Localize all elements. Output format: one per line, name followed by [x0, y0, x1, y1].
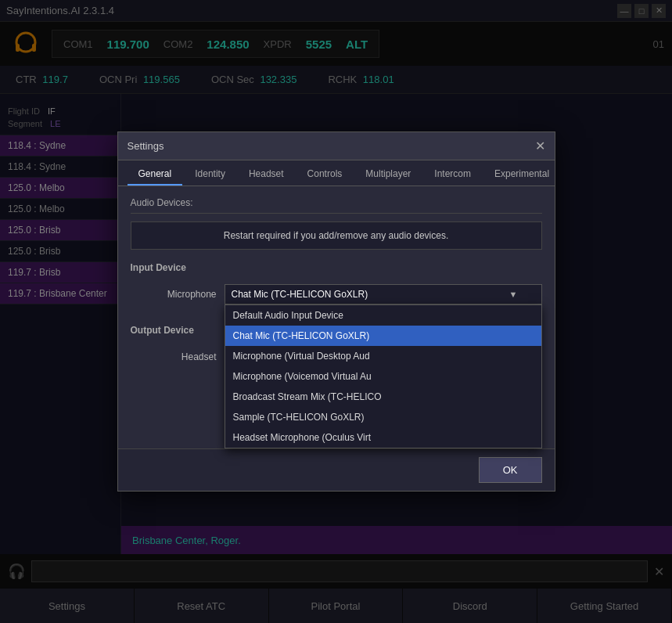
modal-title: Settings — [128, 140, 164, 152]
tab-intercom[interactable]: Intercom — [423, 164, 482, 185]
microphone-select-display[interactable]: Chat Mic (TC-HELICON GoXLR) ▼ — [225, 284, 542, 304]
dropdown-item[interactable]: Microphone (Voicemod Virtual Au — [225, 366, 541, 387]
modal-title-bar: Settings ✕ — [118, 132, 555, 160]
modal-overlay: Settings ✕ General Identity Headset Cont… — [0, 0, 672, 623]
microphone-selected-value: Chat Mic (TC-HELICON GoXLR) — [232, 289, 368, 300]
tab-experimental[interactable]: Experimental — [483, 164, 560, 185]
modal-footer: OK — [118, 448, 555, 491]
dropdown-item[interactable]: Headset Microphone (Oculus Virt — [225, 427, 541, 448]
dropdown-item-selected[interactable]: Chat Mic (TC-HELICON GoXLR) — [225, 326, 541, 346]
settings-modal: Settings ✕ General Identity Headset Cont… — [117, 131, 555, 492]
modal-close-button[interactable]: ✕ — [535, 139, 545, 153]
modal-body: Audio Devices: Restart required if you a… — [118, 186, 555, 448]
input-device-label: Input Device — [131, 257, 542, 276]
microphone-label: Microphone — [131, 289, 217, 300]
audio-devices-header: Audio Devices: — [131, 197, 542, 214]
tab-headset[interactable]: Headset — [238, 164, 295, 185]
ok-button[interactable]: OK — [479, 457, 542, 483]
dropdown-item[interactable]: Default Audio Input Device — [225, 305, 541, 326]
dropdown-item[interactable]: Microphone (Virtual Desktop Aud — [225, 346, 541, 366]
modal-tabs: General Identity Headset Controls Multip… — [118, 160, 555, 186]
restart-notice: Restart required if you add/remove any a… — [131, 221, 542, 250]
microphone-row: Microphone Chat Mic (TC-HELICON GoXLR) ▼… — [131, 284, 542, 304]
microphone-dropdown: Default Audio Input Device Chat Mic (TC-… — [225, 304, 542, 448]
tab-controls[interactable]: Controls — [296, 164, 354, 185]
tab-identity[interactable]: Identity — [184, 164, 236, 185]
headset-label: Headset — [131, 351, 217, 362]
dropdown-item[interactable]: Sample (TC-HELICON GoXLR) — [225, 407, 541, 427]
tab-general[interactable]: General — [128, 164, 183, 185]
microphone-select-wrapper: Chat Mic (TC-HELICON GoXLR) ▼ Default Au… — [225, 284, 542, 304]
dropdown-item[interactable]: Broadcast Stream Mix (TC-HELICO — [225, 387, 541, 407]
tab-multiplayer[interactable]: Multiplayer — [354, 164, 422, 185]
microphone-dropdown-arrow: ▼ — [509, 290, 518, 299]
